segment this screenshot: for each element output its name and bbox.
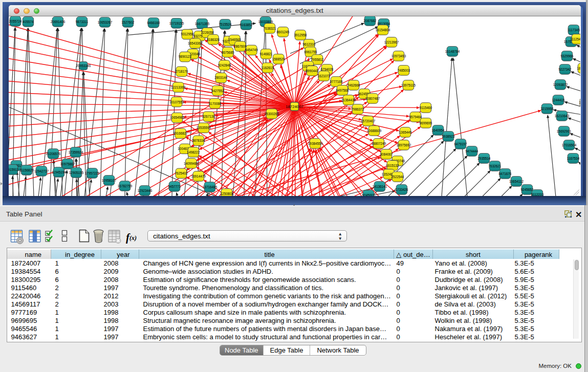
svg-text:9146821: 9146821 bbox=[260, 52, 273, 55]
svg-text:30975867: 30975867 bbox=[60, 162, 75, 165]
svg-text:13716485: 13716485 bbox=[203, 185, 217, 188]
svg-text:2226058: 2226058 bbox=[201, 31, 214, 34]
svg-text:14099489: 14099489 bbox=[184, 161, 199, 165]
svg-text:10107553: 10107553 bbox=[169, 100, 184, 103]
svg-text:10653267: 10653267 bbox=[98, 20, 113, 24]
svg-text:13975115: 13975115 bbox=[401, 83, 416, 86]
svg-text:2087682: 2087682 bbox=[364, 18, 377, 22]
svg-text:18975692: 18975692 bbox=[397, 143, 411, 146]
svg-text:18724007: 18724007 bbox=[286, 104, 303, 108]
svg-text:9245652: 9245652 bbox=[521, 187, 534, 191]
svg-text:10654112: 10654112 bbox=[509, 179, 524, 183]
svg-text:9427552: 9427552 bbox=[211, 89, 224, 92]
svg-text:12905155: 12905155 bbox=[69, 170, 84, 174]
svg-text:1527602: 1527602 bbox=[122, 20, 135, 24]
svg-text:2935514: 2935514 bbox=[478, 156, 491, 160]
svg-text:10688609: 10688609 bbox=[367, 128, 382, 132]
svg-text:12942737: 12942737 bbox=[34, 169, 49, 172]
svg-text:17359924: 17359924 bbox=[69, 150, 83, 154]
svg-text:6794028: 6794028 bbox=[321, 67, 334, 71]
svg-text:3215958: 3215958 bbox=[541, 106, 554, 110]
svg-text:11945194: 11945194 bbox=[52, 170, 66, 173]
svg-text:3084067: 3084067 bbox=[380, 152, 393, 156]
svg-text:2867608: 2867608 bbox=[234, 44, 247, 48]
svg-text:15692901: 15692901 bbox=[557, 129, 572, 133]
svg-text:12923446: 12923446 bbox=[138, 188, 153, 192]
svg-text:8675685: 8675685 bbox=[222, 50, 234, 54]
svg-text:7638321: 7638321 bbox=[264, 26, 276, 30]
svg-text:17016504: 17016504 bbox=[562, 143, 577, 146]
svg-text:19166827: 19166827 bbox=[173, 132, 188, 135]
svg-text:16148784: 16148784 bbox=[445, 49, 460, 53]
svg-text:16543362: 16543362 bbox=[188, 41, 203, 45]
svg-text:13535594: 13535594 bbox=[197, 126, 211, 129]
svg-text:9115460: 9115460 bbox=[420, 105, 432, 109]
svg-text:5878334: 5878334 bbox=[192, 139, 205, 142]
svg-text:8471676: 8471676 bbox=[499, 171, 512, 175]
svg-text:1615132: 1615132 bbox=[386, 163, 399, 167]
svg-text:8112233: 8112233 bbox=[531, 192, 544, 196]
svg-text:1621072: 1621072 bbox=[318, 74, 331, 77]
svg-text:1117345: 1117345 bbox=[568, 28, 580, 31]
svg-text:16671355: 16671355 bbox=[195, 21, 210, 25]
svg-text:1498222: 1498222 bbox=[187, 150, 200, 154]
svg-text:9474444: 9474444 bbox=[466, 149, 478, 152]
svg-text:7955812: 7955812 bbox=[311, 57, 324, 61]
svg-text:1864094: 1864094 bbox=[577, 66, 580, 70]
svg-text:11125419: 11125419 bbox=[570, 37, 580, 40]
svg-text:20691406: 20691406 bbox=[51, 19, 66, 23]
svg-text:7986372: 7986372 bbox=[352, 107, 364, 111]
svg-text:9873311: 9873311 bbox=[76, 19, 89, 23]
svg-text:25300265: 25300265 bbox=[265, 112, 279, 115]
svg-text:3267130: 3267130 bbox=[202, 115, 215, 118]
svg-text:16914479: 16914479 bbox=[191, 174, 206, 178]
svg-text:9579464: 9579464 bbox=[409, 115, 422, 118]
svg-text:1362615: 1362615 bbox=[579, 100, 580, 104]
svg-text:8454749: 8454749 bbox=[245, 48, 258, 52]
svg-text:20206576: 20206576 bbox=[46, 151, 61, 155]
svg-text:16033809: 16033809 bbox=[258, 19, 273, 23]
svg-text:12213369: 12213369 bbox=[171, 85, 186, 89]
svg-text:7515524: 7515524 bbox=[219, 22, 232, 26]
svg-text:1733426: 1733426 bbox=[396, 187, 408, 191]
svg-text:5938923: 5938923 bbox=[442, 134, 455, 138]
svg-text:12213967: 12213967 bbox=[384, 40, 399, 43]
svg-text:10807487: 10807487 bbox=[365, 96, 380, 100]
svg-text:1244415: 1244415 bbox=[552, 98, 565, 101]
svg-text:1588520: 1588520 bbox=[272, 57, 285, 60]
svg-text:7632621: 7632621 bbox=[489, 164, 502, 167]
svg-text:14136141: 14136141 bbox=[373, 184, 387, 188]
svg-text:2718170: 2718170 bbox=[175, 70, 188, 73]
svg-text:11156829: 11156829 bbox=[19, 168, 34, 171]
svg-text:9612310: 9612310 bbox=[303, 42, 316, 46]
svg-text:3912958: 3912958 bbox=[294, 33, 307, 36]
svg-text:1365449: 1365449 bbox=[399, 130, 412, 134]
svg-text:9242848: 9242848 bbox=[218, 63, 231, 67]
svg-text:9699695: 9699695 bbox=[420, 121, 432, 124]
svg-text:6961755: 6961755 bbox=[304, 50, 317, 53]
svg-text:2803144: 2803144 bbox=[214, 76, 227, 79]
svg-text:21364436: 21364436 bbox=[341, 98, 356, 101]
svg-text:16154808: 16154808 bbox=[376, 28, 390, 31]
svg-text:7625402: 7625402 bbox=[175, 171, 188, 175]
svg-text:7485003: 7485003 bbox=[398, 68, 410, 72]
svg-text:9245001: 9245001 bbox=[362, 193, 375, 196]
svg-text:6497568: 6497568 bbox=[336, 88, 349, 92]
svg-text:6466160: 6466160 bbox=[147, 20, 160, 24]
svg-text:9890123: 9890123 bbox=[179, 55, 191, 58]
svg-text:10719155: 10719155 bbox=[169, 21, 184, 25]
svg-text:19384554: 19384554 bbox=[308, 141, 323, 145]
svg-text:(x): (x) bbox=[129, 234, 137, 242]
svg-text:1162615: 1162615 bbox=[262, 65, 274, 69]
svg-text:8990443: 8990443 bbox=[306, 69, 319, 72]
svg-text:3915911: 3915911 bbox=[9, 167, 19, 171]
svg-text:10973493: 10973493 bbox=[391, 54, 406, 57]
svg-text:6479197: 6479197 bbox=[454, 142, 467, 145]
svg-text:15720407: 15720407 bbox=[361, 119, 376, 122]
svg-text:9227342: 9227342 bbox=[559, 67, 572, 71]
svg-text:8601245: 8601245 bbox=[277, 30, 290, 33]
svg-text:2055724: 2055724 bbox=[9, 19, 22, 23]
svg-text:10958107: 10958107 bbox=[102, 178, 117, 182]
svg-text:2522544: 2522544 bbox=[391, 174, 404, 178]
svg-text:9777169: 9777169 bbox=[330, 79, 343, 83]
